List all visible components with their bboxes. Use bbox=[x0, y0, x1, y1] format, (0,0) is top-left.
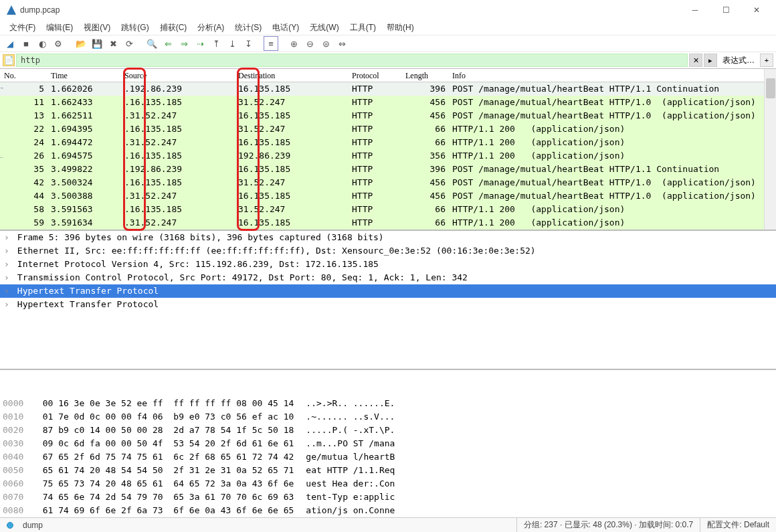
details-text: Internet Protocol Version 4, Src: 115.19… bbox=[12, 258, 379, 271]
menu-edit[interactable]: 编辑(E) bbox=[41, 21, 78, 35]
auto-scroll-icon[interactable]: ↧ bbox=[241, 36, 256, 51]
expert-info-icon[interactable] bbox=[7, 522, 13, 529]
details-row[interactable]: › Hypertext Transfer Protocol bbox=[0, 298, 776, 311]
go-back-icon[interactable]: ⇐ bbox=[161, 36, 175, 51]
open-file-icon[interactable]: 📂 bbox=[74, 36, 88, 51]
hex-bytes: 65 61 74 20 48 54 54 50 2f 31 2e 31 0a 5… bbox=[32, 464, 294, 477]
expression-button[interactable]: 表达式… bbox=[718, 55, 759, 66]
packet-row[interactable]: 221.694395.16.135.18531.52.247HTTP66HTTP… bbox=[0, 122, 776, 136]
window-title: dump.pcap bbox=[20, 5, 680, 15]
reload-icon[interactable]: ⟳ bbox=[122, 36, 136, 51]
col-time[interactable]: Time bbox=[51, 69, 124, 82]
menu-view[interactable]: 视图(V) bbox=[78, 21, 116, 35]
packet-list-header: No. Time Source Destination Protocol Len… bbox=[0, 69, 776, 82]
hex-ascii: eat HTTP /1.1.Req bbox=[294, 464, 395, 477]
restart-capture-icon[interactable]: ◐ bbox=[35, 36, 50, 51]
display-filter-input[interactable] bbox=[16, 54, 688, 67]
details-row[interactable]: › Hypertext Transfer Protocol bbox=[0, 284, 776, 298]
save-file-icon[interactable]: 💾 bbox=[90, 36, 104, 51]
hex-bytes: 87 b9 c0 14 00 50 00 28 2d a7 78 54 1f 5… bbox=[32, 424, 294, 437]
go-last-icon[interactable]: ⤓ bbox=[225, 36, 239, 51]
details-row[interactable]: › Ethernet II, Src: ee:ff:ff:ff:ff:ff (e… bbox=[0, 244, 776, 258]
find-icon[interactable]: 🔍 bbox=[144, 36, 159, 51]
details-text: Transmission Control Protocol, Src Port:… bbox=[12, 271, 468, 284]
menu-statistics[interactable]: 统计(S) bbox=[229, 21, 267, 35]
expand-icon[interactable]: › bbox=[4, 284, 12, 298]
packet-row[interactable]: 353.499822.192.86.23916.135.185HTTP396PO… bbox=[0, 163, 776, 176]
col-info[interactable]: Info bbox=[452, 69, 776, 82]
zoom-in-icon[interactable]: ⊕ bbox=[286, 36, 301, 51]
packet-row[interactable]: 583.591563.16.135.18531.52.247HTTP66HTTP… bbox=[0, 203, 776, 216]
hex-row[interactable]: 0040 67 65 2f 6d 75 74 75 61 6c 2f 68 65… bbox=[0, 450, 776, 464]
hex-offset: 0060 bbox=[3, 477, 32, 491]
expand-icon[interactable]: › bbox=[4, 244, 12, 258]
col-source[interactable]: Source bbox=[124, 69, 238, 82]
packet-row[interactable]: 131.662511.31.52.24716.135.185HTTP456POS… bbox=[0, 109, 776, 122]
hex-offset: 0050 bbox=[3, 464, 32, 477]
details-text: Ethernet II, Src: ee:ff:ff:ff:ff:ff (ee:… bbox=[12, 244, 536, 258]
clear-filter-button[interactable]: ✕ bbox=[689, 54, 702, 67]
zoom-reset-icon[interactable]: ⊜ bbox=[318, 36, 333, 51]
menu-telephony[interactable]: 电话(Y) bbox=[267, 21, 304, 35]
hex-row[interactable]: 0010 01 7e 0d 0c 00 00 f4 06 b9 e0 73 c0… bbox=[0, 410, 776, 424]
start-capture-icon[interactable]: ◢ bbox=[3, 36, 17, 51]
packet-row[interactable]: 593.591634.31.52.24716.135.185HTTP66HTTP… bbox=[0, 216, 776, 230]
menu-tools[interactable]: 工具(T) bbox=[345, 21, 381, 35]
hex-offset: 0070 bbox=[3, 491, 32, 504]
details-row[interactable]: › Internet Protocol Version 4, Src: 115.… bbox=[0, 258, 776, 271]
col-destination[interactable]: Destination bbox=[238, 69, 352, 82]
capture-options-icon[interactable]: ⚙ bbox=[51, 36, 66, 51]
packet-row[interactable]: 241.694472.31.52.24716.135.185HTTP66HTTP… bbox=[0, 136, 776, 149]
hex-row[interactable]: 0000 00 16 3e 0e 3e 52 ee ff ff ff ff ff… bbox=[0, 397, 776, 410]
go-to-packet-icon[interactable]: ⇢ bbox=[193, 36, 207, 51]
menu-analyze[interactable]: 分析(A) bbox=[192, 21, 229, 35]
related-packet-arrow-icon: ← bbox=[0, 153, 5, 161]
details-row[interactable]: › Frame 5: 396 bytes on wire (3168 bits)… bbox=[0, 231, 776, 244]
col-protocol[interactable]: Protocol bbox=[352, 69, 405, 82]
resize-columns-icon[interactable]: ⇔ bbox=[334, 36, 349, 51]
packet-bytes-pane[interactable]: 0000 00 16 3e 0e 3e 52 ee ff ff ff ff ff… bbox=[0, 369, 776, 517]
bookmark-filter-icon[interactable]: 📄 bbox=[3, 54, 15, 66]
go-forward-icon[interactable]: ⇒ bbox=[177, 36, 191, 51]
maximize-button[interactable]: ☐ bbox=[710, 0, 741, 20]
packet-row[interactable]: 423.500324.16.135.18531.52.247HTTP456POS… bbox=[0, 176, 776, 189]
packet-row[interactable]: 111.662433.16.135.18531.52.247HTTP456POS… bbox=[0, 96, 776, 109]
details-row[interactable]: › Transmission Control Protocol, Src Por… bbox=[0, 271, 776, 284]
go-first-icon[interactable]: ⤒ bbox=[209, 36, 223, 51]
hex-row[interactable]: 0050 65 61 74 20 48 54 54 50 2f 31 2e 31… bbox=[0, 464, 776, 477]
packet-row[interactable]: 261.694575.16.135.185192.86.239HTTP356HT… bbox=[0, 149, 776, 163]
hex-offset: 0010 bbox=[3, 410, 32, 424]
expand-icon[interactable]: › bbox=[4, 258, 12, 271]
hex-row[interactable]: 0060 75 65 73 74 20 48 65 61 64 65 72 3a… bbox=[0, 477, 776, 491]
hex-row[interactable]: 0080 61 74 69 6f 6e 2f 6a 73 6f 6e 0a 43… bbox=[0, 504, 776, 517]
apply-filter-button[interactable]: ▸ bbox=[704, 54, 717, 67]
colorize-icon[interactable]: ≡ bbox=[264, 36, 278, 51]
expand-icon[interactable]: › bbox=[4, 298, 12, 311]
packet-row[interactable]: 51.662026.192.86.23916.135.185HTTP396POS… bbox=[0, 82, 776, 96]
packet-details-pane[interactable]: › Frame 5: 396 bytes on wire (3168 bits)… bbox=[0, 230, 776, 369]
expand-icon[interactable]: › bbox=[4, 231, 12, 244]
close-button[interactable]: ✕ bbox=[741, 0, 772, 20]
hex-row[interactable]: 0020 87 b9 c0 14 00 50 00 28 2d a7 78 54… bbox=[0, 424, 776, 437]
col-length[interactable]: Length bbox=[405, 69, 452, 82]
minimize-button[interactable]: ─ bbox=[680, 0, 710, 20]
related-packet-arrow-icon: → bbox=[0, 84, 5, 92]
menu-file[interactable]: 文件(F) bbox=[4, 21, 41, 35]
status-profile[interactable]: 配置文件: Default bbox=[700, 518, 776, 532]
zoom-out-icon[interactable]: ⊖ bbox=[302, 36, 317, 51]
menu-help[interactable]: 帮助(H) bbox=[381, 21, 419, 35]
close-file-icon[interactable]: ✖ bbox=[106, 36, 120, 51]
expand-icon[interactable]: › bbox=[4, 271, 12, 284]
menu-wireless[interactable]: 无线(W) bbox=[304, 21, 344, 35]
scroll-thumb[interactable] bbox=[766, 78, 775, 98]
packet-row[interactable]: 443.500388.31.52.24716.135.185HTTP456POS… bbox=[0, 189, 776, 203]
hex-row[interactable]: 0070 74 65 6e 74 2d 54 79 70 65 3a 61 70… bbox=[0, 491, 776, 504]
menu-go[interactable]: 跳转(G) bbox=[116, 21, 154, 35]
stop-capture-icon[interactable]: ■ bbox=[19, 36, 33, 51]
menu-capture[interactable]: 捕获(C) bbox=[155, 21, 193, 35]
packet-scrollbar[interactable] bbox=[764, 69, 776, 230]
packet-list-body[interactable]: → ← 51.662026.192.86.23916.135.185HTTP39… bbox=[0, 82, 776, 230]
add-filter-button[interactable]: + bbox=[760, 54, 773, 67]
col-no[interactable]: No. bbox=[4, 69, 51, 82]
hex-row[interactable]: 0030 09 0c 6d fa 00 00 50 4f 53 54 20 2f… bbox=[0, 437, 776, 450]
